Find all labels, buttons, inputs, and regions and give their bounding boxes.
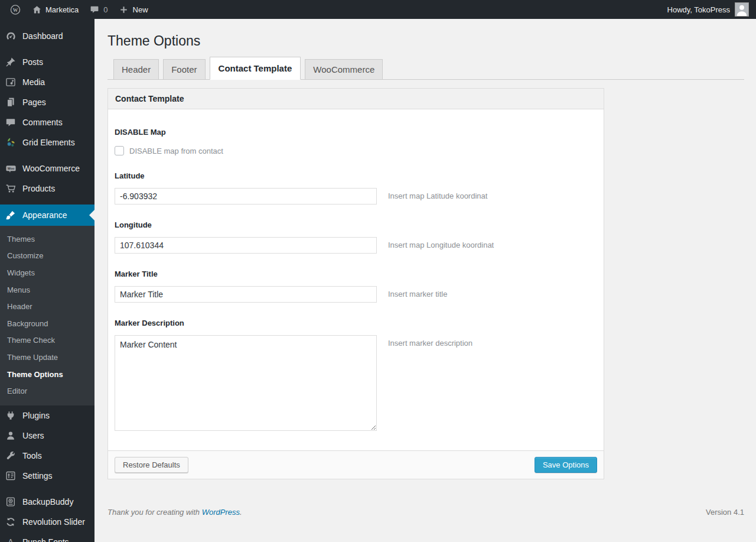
wrench-icon	[5, 450, 17, 462]
marker-description-textarea[interactable]: Marker Content	[115, 335, 377, 431]
submenu-item-editor[interactable]: Editor	[0, 382, 94, 400]
sidebar-item-label: Revolution Slider	[22, 517, 85, 527]
sidebar-item-label: BackupBuddy	[22, 497, 73, 507]
disable-map-checkbox-row[interactable]: DISABLE map from contact	[115, 146, 597, 155]
wordpress-link[interactable]: WordPress	[202, 508, 240, 517]
sidebar-item-pages[interactable]: Pages	[0, 92, 94, 112]
sidebar-item-label: Settings	[22, 471, 53, 481]
marker-title-input[interactable]	[115, 286, 377, 303]
submenu-item-customize[interactable]: Customize	[0, 248, 94, 265]
sidebar-item-posts[interactable]: Posts	[0, 52, 94, 72]
tab-woocommerce[interactable]: WooCommerce	[305, 59, 383, 80]
submenu-item-widgets[interactable]: Widgets	[0, 264, 94, 281]
tab-footer[interactable]: Footer	[163, 59, 205, 80]
current-item-arrow-icon	[89, 210, 94, 220]
grid-elements-icon	[5, 137, 17, 148]
appearance-submenu: Themes Customize Widgets Menus Header Ba…	[0, 226, 94, 405]
menu-separator	[0, 46, 94, 52]
pushpin-icon	[5, 56, 17, 68]
cart-icon	[5, 183, 17, 194]
letter-a-icon: A	[5, 536, 17, 542]
wordpress-logo-menu[interactable]: W	[5, 0, 26, 19]
site-name-menu[interactable]: Marketica	[26, 0, 84, 19]
submenu-item-menus[interactable]: Menus	[0, 281, 94, 298]
svg-text:Woo: Woo	[7, 166, 14, 170]
latitude-hint: Insert map Latitude koordinat	[388, 188, 487, 200]
latitude-label: Latitude	[115, 171, 597, 180]
marker-description-label: Marker Description	[115, 319, 597, 327]
longitude-input[interactable]	[115, 237, 377, 254]
submenu-item-theme-options[interactable]: Theme Options	[0, 366, 94, 383]
backup-drive-icon	[5, 496, 17, 508]
tab-header[interactable]: Header	[113, 59, 159, 80]
submenu-item-theme-check[interactable]: Theme Check	[0, 332, 94, 349]
sidebar-item-tools[interactable]: Tools	[0, 446, 94, 466]
admin-bar: W Marketica 0 New Howdy, TokoPress	[0, 0, 756, 19]
page-title: Theme Options	[107, 33, 744, 50]
howdy-label: Howdy, TokoPress	[667, 5, 730, 14]
marker-title-label: Marker Title	[115, 270, 597, 278]
disable-map-checkbox[interactable]	[115, 146, 124, 155]
tab-bar: Header Footer Contact Template WooCommer…	[107, 57, 744, 80]
menu-separator	[0, 486, 94, 492]
admin-sidebar: Dashboard Posts Media Pages Comments Gri…	[0, 19, 94, 542]
comment-icon	[5, 116, 17, 128]
page-footer: Thank you for creating with WordPress. V…	[107, 508, 744, 517]
paintbrush-icon	[5, 209, 17, 221]
sidebar-item-dashboard[interactable]: Dashboard	[0, 26, 94, 46]
submenu-item-themes[interactable]: Themes	[0, 231, 94, 248]
sidebar-item-users[interactable]: Users	[0, 426, 94, 446]
sidebar-item-woocommerce[interactable]: Woo WooCommerce	[0, 158, 94, 178]
panel-title: Contact Template	[108, 89, 604, 109]
refresh-icon	[5, 516, 17, 528]
thanks-text: Thank you for creating with WordPress.	[107, 508, 242, 517]
longitude-label: Longitude	[115, 220, 597, 229]
submenu-item-theme-update[interactable]: Theme Update	[0, 349, 94, 366]
new-menu[interactable]: New	[113, 0, 154, 19]
sidebar-item-label: Users	[22, 431, 44, 440]
sidebar-item-label: Grid Elements	[22, 138, 75, 147]
sidebar-item-backupbuddy[interactable]: BackupBuddy	[0, 492, 94, 512]
sidebar-item-label: Comments	[22, 118, 63, 127]
menu-separator	[0, 199, 94, 205]
plus-icon	[119, 4, 129, 15]
sidebar-item-plugins[interactable]: Plugins	[0, 405, 94, 426]
submenu-item-header[interactable]: Header	[0, 298, 94, 315]
avatar	[735, 2, 749, 17]
sidebar-item-grid-elements[interactable]: Grid Elements	[0, 132, 94, 152]
sidebar-item-label: Pages	[22, 98, 46, 107]
sidebar-item-appearance[interactable]: Appearance	[0, 205, 94, 226]
marker-title-hint: Insert marker title	[388, 286, 447, 298]
sidebar-item-media[interactable]: Media	[0, 72, 94, 92]
sidebar-item-label: Tools	[22, 451, 42, 460]
latitude-input[interactable]	[115, 188, 377, 205]
disable-map-checkbox-label: DISABLE map from contact	[129, 147, 223, 155]
new-label: New	[133, 5, 148, 14]
latitude-row: Insert map Latitude koordinat	[115, 188, 597, 205]
sidebar-item-revolution-slider[interactable]: Revolution Slider	[0, 512, 94, 532]
save-options-button[interactable]: Save Options	[535, 457, 597, 473]
wordpress-logo-icon: W	[10, 4, 21, 15]
sidebar-item-label: Punch Fonts	[22, 537, 69, 542]
user-icon	[5, 430, 17, 442]
sidebar-item-label: Appearance	[22, 210, 67, 220]
sidebar-item-products[interactable]: Products	[0, 178, 94, 199]
marker-description-row: Marker Content Insert marker description	[115, 335, 597, 433]
panel-body: DISABLE Map DISABLE map from contact Lat…	[108, 109, 604, 450]
longitude-row: Insert map Longitude koordinat	[115, 237, 597, 254]
media-icon	[5, 76, 17, 88]
longitude-hint: Insert map Longitude koordinat	[388, 237, 494, 249]
sidebar-item-label: Media	[22, 77, 45, 87]
dashboard-icon	[5, 30, 17, 42]
sidebar-item-comments[interactable]: Comments	[0, 112, 94, 132]
sidebar-item-label: Dashboard	[22, 31, 63, 41]
panel-footer: Restore Defaults Save Options	[108, 450, 604, 479]
tab-contact-template[interactable]: Contact Template	[210, 57, 301, 80]
submenu-item-background[interactable]: Background	[0, 315, 94, 332]
thanks-suffix: .	[240, 508, 242, 517]
sidebar-item-settings[interactable]: Settings	[0, 466, 94, 486]
comments-menu[interactable]: 0	[84, 0, 113, 19]
sidebar-item-punch-fonts[interactable]: A Punch Fonts	[0, 532, 94, 542]
account-menu[interactable]: Howdy, TokoPress	[667, 2, 749, 17]
restore-defaults-button[interactable]: Restore Defaults	[115, 457, 188, 473]
